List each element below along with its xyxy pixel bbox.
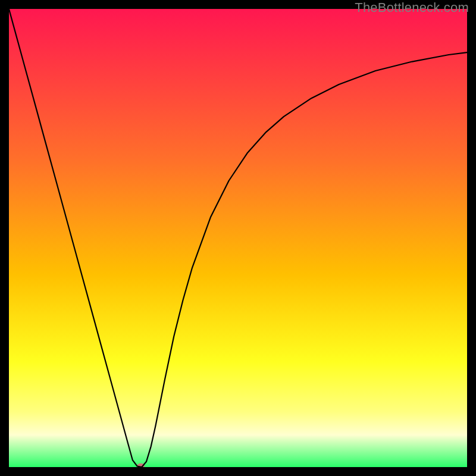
plot-area — [9, 9, 467, 467]
watermark-text: TheBottleneck.com — [355, 0, 469, 15]
bottleneck-curve — [9, 9, 467, 467]
chart-frame: TheBottleneck.com — [0, 0, 476, 476]
